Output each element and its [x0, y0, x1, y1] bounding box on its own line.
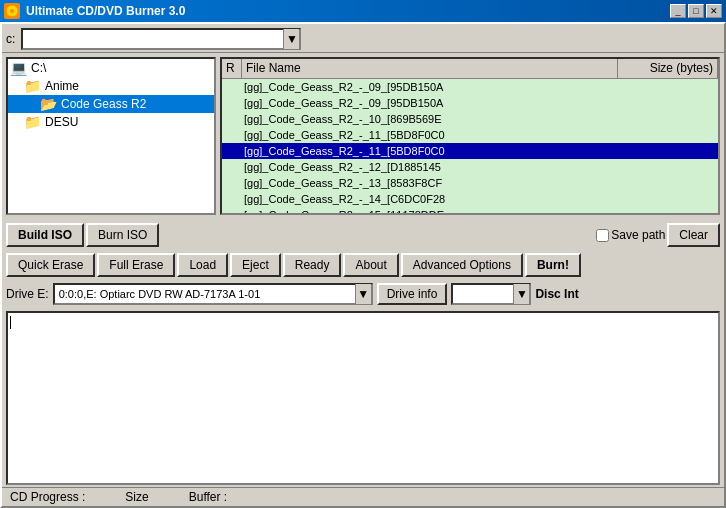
- drive-area: Drive E: 0:0:0,E: Optiarc DVD RW AD-7173…: [2, 279, 724, 309]
- size-label: Size: [125, 490, 148, 504]
- disc-combo[interactable]: ▼: [451, 283, 531, 305]
- drive-label: c:: [6, 32, 15, 46]
- file-list-header: R File Name Size (bytes): [222, 59, 718, 79]
- action-buttons-row: Build ISO Burn ISO Save path Clear: [2, 219, 724, 251]
- log-cursor: [10, 316, 11, 329]
- file-row[interactable]: [gg]_Code_Geass_R2_-_09_[95DB150A: [222, 95, 718, 111]
- drive-info-button[interactable]: Drive info: [377, 283, 448, 305]
- file-row[interactable]: [gg]_Code_Geass_R2_-_10_[869B569E: [222, 111, 718, 127]
- clear-button[interactable]: Clear: [667, 223, 720, 247]
- app-icon: [4, 3, 20, 19]
- app-title: Ultimate CD/DVD Burner 3.0: [26, 4, 670, 18]
- file-cell-name: [gg]_Code_Geass_R2_-_13_[8583F8CF: [244, 177, 616, 189]
- tree-item-anime[interactable]: 📁 Anime: [8, 77, 214, 95]
- file-row[interactable]: [gg]_Code_Geass_R2_-_15_[11178DDE: [222, 207, 718, 213]
- drive-combo-arrow[interactable]: ▼: [283, 29, 299, 49]
- folder-icon-desu: 📁: [24, 114, 41, 130]
- file-row[interactable]: [gg]_Code_Geass_R2_-_14_[C6DC0F28: [222, 191, 718, 207]
- drive-path-input[interactable]: [23, 32, 283, 46]
- content-area: 💻 C:\ 📁 Anime 📂 Code Geass R2 📁 DESU R F…: [2, 53, 724, 219]
- file-row[interactable]: [gg]_Code_Geass_R2_-_13_[8583F8CF: [222, 175, 718, 191]
- svg-point-1: [10, 9, 14, 13]
- file-cell-name: [gg]_Code_Geass_R2_-_09_[95DB150A: [244, 81, 616, 93]
- tree-item-c-drive[interactable]: 💻 C:\: [8, 59, 214, 77]
- file-row[interactable]: [gg]_Code_Geass_R2_-_09_[95DB150A: [222, 79, 718, 95]
- tree-item-code-geass-label: Code Geass R2: [61, 97, 146, 111]
- open-folder-icon: 📂: [40, 96, 57, 112]
- folder-icon: 📁: [24, 78, 41, 94]
- file-cell-name: [gg]_Code_Geass_R2_-_12_[D1885145: [244, 161, 616, 173]
- load-button[interactable]: Load: [177, 253, 228, 277]
- titlebar: Ultimate CD/DVD Burner 3.0 _ □ ✕: [0, 0, 726, 22]
- drive-select[interactable]: 0:0:0,E: Optiarc DVD RW AD-7173A 1-01 ▼: [53, 283, 373, 305]
- window-controls: _ □ ✕: [670, 4, 722, 18]
- minimize-button[interactable]: _: [670, 4, 686, 18]
- status-bar: CD Progress : Size Buffer :: [2, 487, 724, 506]
- disc-info-label: Disc Int: [535, 287, 578, 301]
- cd-progress-label: CD Progress :: [10, 490, 85, 504]
- file-row[interactable]: [gg]_Code_Geass_R2_-_11_[5BD8F0C0: [222, 143, 718, 159]
- save-path-checkbox[interactable]: [596, 229, 609, 242]
- file-list[interactable]: [gg]_Code_Geass_R2_-_09_[95DB150A [gg]_C…: [222, 79, 718, 213]
- file-cell-name: [gg]_Code_Geass_R2_-_09_[95DB150A: [244, 97, 616, 109]
- file-row[interactable]: [gg]_Code_Geass_R2_-_12_[D1885145: [222, 159, 718, 175]
- save-path-text: Save path: [611, 228, 665, 242]
- buffer-label: Buffer :: [189, 490, 227, 504]
- toolbar: c: ▼: [2, 24, 724, 53]
- drive-e-label: Drive E:: [6, 287, 49, 301]
- drive-select-arrow[interactable]: ▼: [355, 284, 371, 304]
- maximize-button[interactable]: □: [688, 4, 704, 18]
- tree-item-desu[interactable]: 📁 DESU: [8, 113, 214, 131]
- advanced-options-button[interactable]: Advanced Options: [401, 253, 523, 277]
- drive-path-combo[interactable]: ▼: [21, 28, 301, 50]
- tree-item-desu-label: DESU: [45, 115, 78, 129]
- save-path-label: Save path: [596, 228, 665, 242]
- tree-item-c-label: C:\: [31, 61, 46, 75]
- file-list-panel: R File Name Size (bytes) [gg]_Code_Geass…: [220, 57, 720, 215]
- file-tree[interactable]: 💻 C:\ 📁 Anime 📂 Code Geass R2 📁 DESU: [6, 57, 216, 215]
- burn-button[interactable]: Burn!: [525, 253, 581, 277]
- ready-button[interactable]: Ready: [283, 253, 342, 277]
- file-cell-name: [gg]_Code_Geass_R2_-_15_[11178DDE: [244, 209, 616, 213]
- col-header-name: File Name: [242, 59, 618, 78]
- tree-item-anime-label: Anime: [45, 79, 79, 93]
- file-cell-name: [gg]_Code_Geass_R2_-_11_[5BD8F0C0: [244, 129, 616, 141]
- drive-select-value: 0:0:0,E: Optiarc DVD RW AD-7173A 1-01: [55, 288, 355, 300]
- quick-erase-button[interactable]: Quick Erase: [6, 253, 95, 277]
- tree-item-code-geass[interactable]: 📂 Code Geass R2: [8, 95, 214, 113]
- file-cell-name: [gg]_Code_Geass_R2_-_10_[869B569E: [244, 113, 616, 125]
- eject-button[interactable]: Eject: [230, 253, 281, 277]
- disc-combo-arrow[interactable]: ▼: [513, 284, 529, 304]
- about-button[interactable]: About: [343, 253, 398, 277]
- save-path-area: Save path: [596, 228, 665, 242]
- drive-icon: 💻: [10, 60, 27, 76]
- control-buttons-row: Quick Erase Full Erase Load Eject Ready …: [2, 251, 724, 279]
- file-cell-name: [gg]_Code_Geass_R2_-_11_[5BD8F0C0: [244, 145, 616, 157]
- col-header-size: Size (bytes): [618, 59, 718, 78]
- col-header-r: R: [222, 59, 242, 78]
- file-cell-name: [gg]_Code_Geass_R2_-_14_[C6DC0F28: [244, 193, 616, 205]
- build-iso-button[interactable]: Build ISO: [6, 223, 84, 247]
- full-erase-button[interactable]: Full Erase: [97, 253, 175, 277]
- main-window: c: ▼ 💻 C:\ 📁 Anime 📂 Code Geass R2 📁 DE: [0, 22, 726, 508]
- log-area: [6, 311, 720, 485]
- burn-iso-button[interactable]: Burn ISO: [86, 223, 159, 247]
- close-button[interactable]: ✕: [706, 4, 722, 18]
- file-row[interactable]: [gg]_Code_Geass_R2_-_11_[5BD8F0C0: [222, 127, 718, 143]
